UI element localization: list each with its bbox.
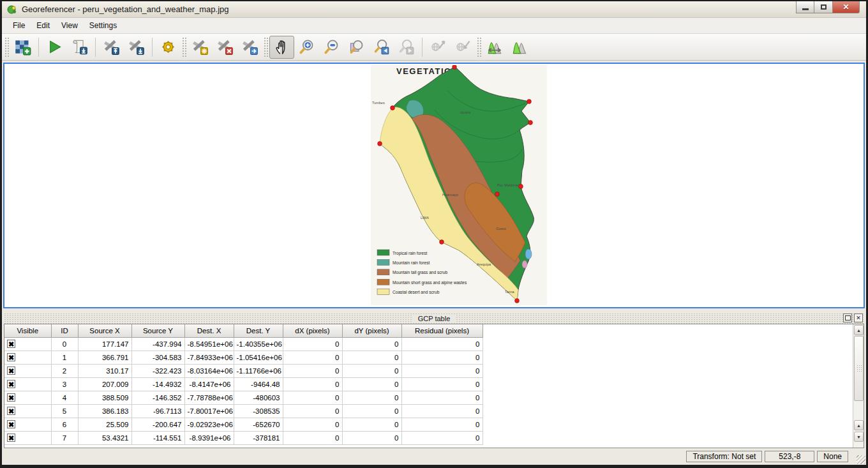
visible-checkbox[interactable]: ✖	[7, 407, 15, 415]
save-gcp-icon	[128, 38, 145, 56]
dx-cell: 0	[283, 431, 342, 444]
gcp-point-marker[interactable]	[528, 121, 533, 125]
scroll-up-button-bottom[interactable]: ▲	[854, 420, 864, 430]
gcp-point-marker[interactable]	[519, 185, 523, 189]
gcp-point-marker[interactable]	[495, 192, 500, 197]
add-point-button[interactable]	[188, 36, 213, 59]
visible-checkbox[interactable]: ✖	[7, 380, 15, 388]
map-place-label: LIMA	[421, 216, 429, 220]
toolbar-handle[interactable]	[477, 37, 481, 57]
zoom-next-button[interactable]	[394, 36, 419, 59]
gcp-point-marker[interactable]	[440, 240, 444, 245]
scroll-down-button[interactable]: ▼	[854, 432, 864, 442]
col-header-id[interactable]: ID	[51, 324, 78, 337]
table-vertical-scrollbar[interactable]: ▲ ▲ ▼	[853, 324, 864, 448]
zoom-in-button[interactable]	[294, 36, 319, 59]
toolbar-handle[interactable]	[264, 37, 268, 57]
full-histogram-stretch-button[interactable]	[483, 36, 507, 59]
local-histogram-stretch-button[interactable]	[507, 36, 532, 59]
col-header-dx[interactable]: dX (pixels)	[283, 324, 342, 337]
visible-checkbox[interactable]: ✖	[7, 353, 15, 361]
zoom-out-button[interactable]	[319, 36, 344, 59]
peru-vegetation-map: VEGETATION	[371, 65, 547, 305]
scroll-up-button[interactable]: ▲	[854, 325, 864, 335]
gcp-point-marker[interactable]	[391, 106, 395, 110]
dest-x-cell: -8.03164e+06	[184, 364, 234, 377]
residual-cell: 0	[401, 418, 483, 431]
load-gcp-icon	[103, 38, 120, 56]
dock-float-icon	[846, 317, 851, 321]
col-header-residual[interactable]: Residual (pixels)	[401, 324, 483, 337]
zoom-to-layer-button[interactable]	[344, 36, 369, 59]
dx-cell: 0	[283, 391, 342, 404]
gcp-point-marker[interactable]	[453, 65, 457, 69]
delete-point-button[interactable]	[213, 36, 237, 59]
col-header-visible[interactable]: Visible	[4, 324, 51, 337]
scrollbar-thumb[interactable]	[854, 336, 864, 401]
link-qgis-icon	[454, 38, 472, 56]
close-button[interactable]: ✕	[833, 1, 860, 13]
table-row: ✖1366.791-304.583-7.84933e+06-1.05416e+0…	[4, 351, 483, 364]
dy-cell: 0	[342, 337, 401, 351]
open-raster-button[interactable]	[10, 36, 35, 59]
gcp-dock-titlebar[interactable]: GCP table ✕	[4, 313, 864, 324]
script-icon	[71, 38, 88, 56]
visible-checkbox[interactable]: ✖	[7, 434, 15, 442]
menu-settings[interactable]: Settings	[84, 19, 123, 32]
gcp-point-marker[interactable]	[527, 100, 532, 104]
zoom-last-button[interactable]	[369, 36, 394, 59]
transformation-settings-button[interactable]	[156, 36, 181, 59]
dx-cell: 0	[283, 404, 342, 418]
col-header-source-x[interactable]: Source X	[78, 324, 131, 337]
menu-edit[interactable]: Edit	[31, 19, 56, 32]
toolbar-handle[interactable]	[4, 37, 9, 57]
gcp-table[interactable]: Visible ID Source X Source Y Dest. X Des…	[4, 324, 483, 445]
dest-y-cell: -378181	[234, 431, 283, 444]
local-histogram-icon	[511, 38, 528, 56]
window-title: Georeferencer - peru_vegetation_and_weat…	[22, 4, 229, 14]
id-cell: 3	[51, 377, 78, 391]
minimize-button[interactable]	[796, 1, 814, 13]
source-y-cell: -200.647	[131, 418, 184, 431]
residual-cell: 0	[401, 377, 483, 391]
visible-checkbox[interactable]: ✖	[7, 420, 15, 428]
move-point-button[interactable]	[237, 36, 262, 59]
visible-checkbox[interactable]: ✖	[7, 340, 15, 348]
col-header-dest-x[interactable]: Dest. X	[184, 324, 234, 337]
toolbar-handle[interactable]	[182, 37, 186, 57]
gcp-table-panel: Visible ID Source X Source Y Dest. X Des…	[4, 324, 864, 448]
menu-file[interactable]: File	[7, 19, 31, 32]
link-qgis-to-georeferencer-button[interactable]	[451, 36, 475, 59]
move-point-icon	[241, 38, 258, 56]
map-canvas[interactable]: VEGETATION	[3, 63, 865, 308]
dock-float-button[interactable]	[843, 313, 852, 322]
dy-cell: 0	[342, 364, 401, 377]
gcp-dock-title: GCP table	[412, 315, 457, 322]
load-gcp-points-button[interactable]	[99, 36, 124, 59]
map-place-label: Huancayo	[442, 193, 458, 197]
gcp-point-marker[interactable]	[378, 142, 382, 146]
zoom-last-icon	[373, 38, 390, 56]
start-georeferencing-button[interactable]	[42, 36, 67, 59]
visible-checkbox[interactable]: ✖	[7, 366, 15, 375]
title-bar[interactable]: Georeferencer - peru_vegetation_and_weat…	[2, 1, 866, 18]
col-header-source-y[interactable]: Source Y	[131, 324, 184, 337]
gcp-point-marker[interactable]	[515, 299, 520, 303]
col-header-dy[interactable]: dY (pixels)	[342, 324, 401, 337]
save-gcp-points-button[interactable]	[124, 36, 149, 59]
maximize-button[interactable]	[814, 1, 833, 13]
pan-button[interactable]	[269, 36, 294, 59]
dx-cell: 0	[283, 418, 342, 431]
dy-cell: 0	[342, 418, 401, 431]
visible-checkbox[interactable]: ✖	[7, 393, 15, 402]
toolbar-separator	[95, 38, 96, 57]
resize-grip[interactable]	[857, 455, 865, 464]
generate-gdal-script-button[interactable]	[67, 36, 92, 59]
link-georeferencer-to-qgis-button[interactable]	[426, 36, 451, 59]
dest-x-cell: -7.78788e+06	[184, 391, 234, 404]
col-header-dest-y[interactable]: Dest. Y	[234, 324, 283, 337]
id-cell: 7	[51, 431, 78, 444]
residual-cell: 0	[401, 351, 483, 364]
dock-close-button[interactable]: ✕	[854, 313, 863, 322]
menu-view[interactable]: View	[56, 19, 84, 32]
